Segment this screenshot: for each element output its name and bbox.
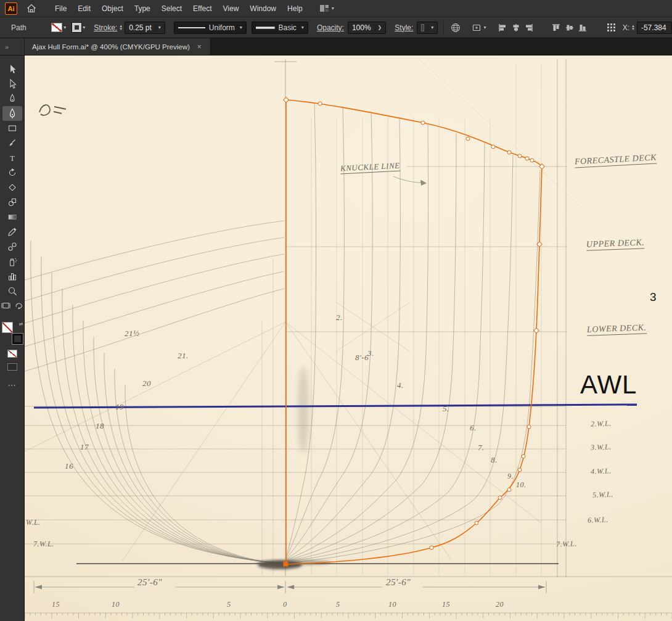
menu-type[interactable]: Type <box>129 1 156 16</box>
rectangle-tool[interactable] <box>2 121 22 136</box>
fill-swatch[interactable] <box>2 322 13 333</box>
home-icon[interactable] <box>23 2 39 15</box>
style-swatch <box>421 24 424 31</box>
brush-chevron-icon: ▾ <box>301 25 304 30</box>
direct-selection-tool[interactable] <box>2 76 22 91</box>
rotate-view-icon <box>14 301 23 310</box>
paintbrush-tool[interactable] <box>2 136 22 150</box>
x-coordinate-label: X: <box>623 23 629 32</box>
workspace-icon <box>319 4 329 12</box>
rectangle-icon <box>7 123 18 134</box>
document-tab-title: Ajax Hull Form.ai* @ 400% (CMYK/GPU Prev… <box>32 43 190 51</box>
shape-builder-icon <box>7 197 18 208</box>
width-profile-value: Uniform <box>209 23 235 32</box>
column-graph-icon <box>7 271 18 282</box>
stroke-panel-link[interactable]: Stroke: <box>94 23 117 32</box>
menu-file[interactable]: File <box>49 1 72 16</box>
reference-point-grid-icon[interactable] <box>605 22 618 34</box>
expand-panels-chevrons[interactable]: » <box>0 38 25 55</box>
symbol-sprayer-tool[interactable] <box>2 254 22 269</box>
artboard-tool[interactable] <box>1 301 10 312</box>
menu-edit[interactable]: Edit <box>72 1 96 16</box>
shape-builder-tool[interactable] <box>2 195 22 210</box>
edit-toolbar-ellipsis[interactable]: ⋯ <box>8 380 17 390</box>
close-tab-icon[interactable]: × <box>196 43 203 51</box>
illustrator-logo-icon[interactable]: Ai <box>5 2 17 15</box>
stroke-weight-field[interactable]: 0.25 pt ▾ <box>125 22 165 34</box>
align-top-icon[interactable] <box>551 22 562 33</box>
eraser-icon <box>7 182 18 193</box>
style-dropdown[interactable]: ▾ <box>417 22 438 34</box>
swap-fill-stroke-icon[interactable]: ⇄ <box>19 321 23 327</box>
document-tab-bar: » Ajax Hull Form.ai* @ 400% (CMYK/GPU Pr… <box>0 38 672 56</box>
menu-select[interactable]: Select <box>156 1 187 16</box>
selected-anchor[interactable] <box>284 562 288 566</box>
menu-window[interactable]: Window <box>244 1 282 16</box>
opacity-chevron-icon[interactable]: ❯ <box>375 25 382 30</box>
chevron-down-icon: ▾ <box>332 6 334 11</box>
none-swatch-button[interactable] <box>7 350 17 358</box>
opacity-value: 100% <box>352 23 371 32</box>
style-panel-link[interactable]: Style: <box>395 23 413 32</box>
x-coordinate-field[interactable]: -57.384 <box>637 22 672 34</box>
brush-value: Basic <box>279 23 297 32</box>
draw-normal-mode-button[interactable] <box>7 363 17 371</box>
column-graph-tool[interactable] <box>2 269 22 284</box>
align-center-icon[interactable] <box>510 22 522 33</box>
type-tool[interactable]: T <box>2 150 22 165</box>
stroke-swatch[interactable] <box>12 334 23 344</box>
align-right-icon[interactable] <box>524 22 535 33</box>
rotate-view-tool[interactable] <box>14 301 23 312</box>
document-tab[interactable]: Ajax Hull Form.ai* @ 400% (CMYK/GPU Prev… <box>25 38 211 55</box>
hull-drawing-svg <box>25 56 672 621</box>
menu-object[interactable]: Object <box>96 1 129 16</box>
fill-stroke-indicator[interactable]: ⇄ <box>1 322 23 344</box>
curvature-tool[interactable] <box>2 91 22 106</box>
dimension-arrowheads <box>35 180 545 590</box>
direct-selection-arrow-icon <box>7 78 18 89</box>
pen-icon <box>7 108 18 119</box>
isolate-chevron-icon[interactable]: ▾ <box>483 25 486 30</box>
zoom-tool[interactable] <box>2 284 22 298</box>
isolate-selection-icon[interactable] <box>470 22 483 34</box>
x-coordinate-value: -57.384 <box>641 23 666 32</box>
align-left-icon[interactable] <box>497 22 508 33</box>
menu-help[interactable]: Help <box>282 1 308 16</box>
gradient-tool[interactable] <box>2 210 22 224</box>
align-middle-icon[interactable] <box>564 22 575 33</box>
stroke-weight-value: 0.25 pt <box>129 23 152 32</box>
stroke-color-swatch[interactable] <box>72 23 81 32</box>
paintbrush-icon <box>7 138 18 149</box>
pen-tool[interactable] <box>2 106 22 121</box>
width-profile-preview-icon <box>178 26 205 30</box>
stroke-weight-stepper[interactable]: ▲▼ <box>119 25 123 31</box>
stroke-chevron-icon[interactable]: ▾ <box>83 25 85 30</box>
canvas[interactable]: KNUCKLE LINEFORECASTLE DECKUPPER DECK.LO… <box>25 56 672 621</box>
opacity-field[interactable]: 100% ❯ <box>348 22 386 34</box>
style-chevron-icon[interactable]: ▾ <box>428 25 433 30</box>
menu-view[interactable]: View <box>218 1 245 16</box>
awl-line[interactable] <box>34 405 637 408</box>
menu-effect[interactable]: Effect <box>187 1 217 16</box>
stroke-weight-chevron-icon[interactable]: ▾ <box>155 25 161 30</box>
eyedropper-tool[interactable] <box>2 224 22 239</box>
rotate-tool[interactable] <box>2 165 22 180</box>
symbol-sprayer-icon <box>7 256 18 267</box>
align-bottom-icon[interactable] <box>577 22 588 33</box>
selection-tool[interactable] <box>2 62 22 76</box>
brush-definition-dropdown[interactable]: Basic ▾ <box>252 22 308 34</box>
workspace-switcher[interactable]: ▾ <box>319 4 334 12</box>
pencil-smudges <box>255 367 332 569</box>
width-profile-chevron-icon: ▾ <box>240 25 242 30</box>
document-globe-icon[interactable] <box>449 22 462 34</box>
fill-chevron-icon[interactable]: ▾ <box>64 25 66 30</box>
gradient-icon <box>7 212 18 223</box>
menu-bar: Ai FileEditObjectTypeSelectEffectViewWin… <box>0 0 672 17</box>
fill-color-swatch[interactable] <box>51 23 63 32</box>
x-coordinate-stepper[interactable]: ▲▼ <box>631 25 635 31</box>
selection-arrow-icon <box>7 64 18 75</box>
opacity-panel-link[interactable]: Opacity: <box>317 23 344 32</box>
blend-tool[interactable] <box>2 239 22 254</box>
variable-width-profile-dropdown[interactable]: Uniform ▾ <box>174 22 247 34</box>
eraser-tool[interactable] <box>2 180 22 195</box>
